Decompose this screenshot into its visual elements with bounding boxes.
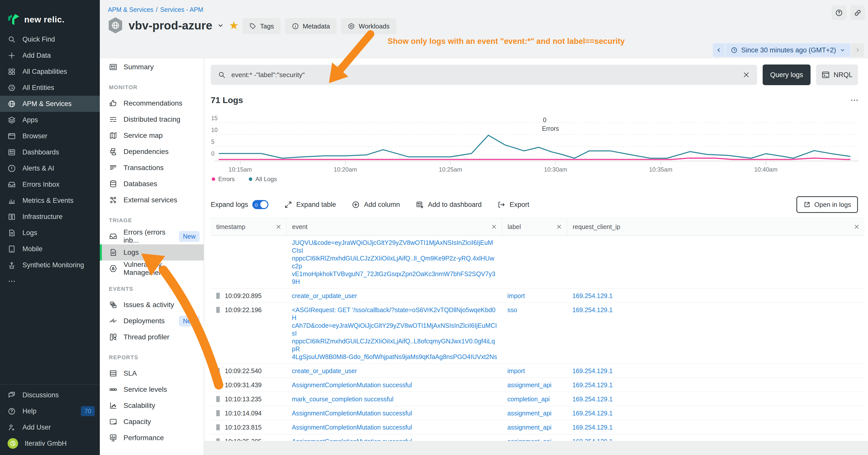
service-nav-logs[interactable]: Logs [100,245,204,260]
sidebar-item-add-data[interactable]: Add Data [0,47,100,64]
service-nav-deployments[interactable]: DeploymentsNew [100,313,204,329]
service-nav-external-services[interactable]: External services [100,192,204,208]
sidebar-item-quick-find[interactable]: Quick Find [0,31,100,47]
event-line[interactable]: nppcCI6IkRlZmxhdGUiLCJzZXIiOiIxLjAifQ..l… [292,255,497,270]
service-nav-summary[interactable]: Summary [100,59,204,75]
cell-event[interactable]: AssignmentCompletionMutation successful [286,378,502,392]
sidebar-item-dashboards[interactable]: Dashboards [0,144,100,160]
event-line[interactable]: 4LgSjsuUW8B0Mi8-Gdo_f6ofWhjpatNs9jaMs9qK… [292,353,497,361]
cell-event[interactable]: mark_course_completion successful [286,392,502,406]
service-nav-errors-errors-inb[interactable]: Errors (errors inb...New [100,228,204,245]
cell-label[interactable]: assignment_api [502,406,567,420]
event-line[interactable]: JUQVU&code=eyJraWQiOiJjcGltY29yZV8wOTI1M… [292,239,497,255]
sidebar-footer-iterativ-gmbh[interactable]: Iterativ GmbH [0,435,100,452]
sidebar-item-browser[interactable]: Browser [0,128,100,144]
sidebar-more[interactable] [0,273,100,289]
cell-label[interactable]: assignment_api [502,420,567,434]
cell-event[interactable]: JUQVU&code=eyJraWQiOiJjcGltY29yZV8wOTI1M… [286,235,502,289]
sidebar-item-apm-services[interactable]: APM & Services [0,96,100,112]
log-row[interactable]: 10:09:22.540create_or_update_userimport1… [211,364,865,378]
metadata-button[interactable]: Metadata [285,18,337,34]
service-nav-recommendations[interactable]: Recommendations [100,95,204,111]
cell-label[interactable]: import [502,364,567,378]
sidebar-item-logs[interactable]: Logs [0,225,100,241]
log-row[interactable]: 10:09:20.895create_or_update_userimport1… [211,289,865,303]
remove-column-icon[interactable] [854,224,860,230]
log-row[interactable]: 10:09:22.196<ASGIRequest: GET '/sso/call… [211,303,865,364]
cell-label[interactable] [502,235,567,289]
logs-timeseries-chart[interactable]: 05101510:15am10:20am10:25am10:30am10:35a… [211,106,859,173]
remove-column-icon[interactable] [275,224,282,230]
add-to-dashboard-button[interactable]: Add to dashboard [415,200,482,209]
log-row[interactable]: 10:09:31.439AssignmentCompletionMutation… [211,378,865,392]
service-nav-service-map[interactable]: Service map [100,128,204,143]
sidebar-item-synthetic-monitoring[interactable]: Synthetic Monitoring [0,257,100,273]
expand-table-button[interactable]: Expand table [284,200,336,209]
cell-label[interactable]: import [502,289,567,302]
service-nav-dependencies[interactable]: Dependencies [100,143,204,160]
event-line[interactable]: nppcCI6IkRlZmxhdGUiLCJzZXIiOiIxLjAifQ..L… [292,337,497,353]
add-column-button[interactable]: Add column [351,200,400,209]
log-row[interactable]: JUQVU&code=eyJraWQiOiJjcGltY29yZV8wOTI1M… [211,235,865,289]
service-nav-distributed-tracing[interactable]: Distributed tracing [100,111,204,128]
cell-event[interactable]: create_or_update_user [286,289,502,302]
sidebar-item-all-entities[interactable]: All Entities [0,79,100,96]
export-button[interactable]: Export [497,200,529,209]
service-nav-transactions[interactable]: Transactions [100,160,204,176]
event-line[interactable]: cAh7D&code=eyJraWQiOiJjcGltY29yZV8wOTI1M… [292,322,497,337]
query-logs-button[interactable]: Query logs [763,65,810,85]
log-row[interactable]: 10:10:23.815AssignmentCompletionMutation… [211,420,865,434]
cell-request-client-ip[interactable]: 169.254.129.1 [567,303,865,363]
help-button[interactable] [832,5,846,20]
sidebar-item-all-capabilities[interactable]: All Capabilities [0,64,100,79]
permalink-button[interactable] [850,5,865,20]
legend-errors[interactable]: Errors [212,175,235,183]
service-nav-capacity[interactable]: Capacity [100,414,204,430]
title-chevron-down-icon[interactable] [217,22,224,29]
event-line[interactable]: AssignmentCompletionMutation successful [292,423,497,431]
cell-request-client-ip[interactable]: 169.254.129.1 [567,378,865,392]
time-back-button[interactable] [713,43,725,57]
event-line[interactable]: mark_course_completion successful [292,395,497,403]
event-line[interactable]: <ASGIRequest: GET '/sso/callback/?state=… [292,306,497,322]
time-forward-button[interactable] [851,43,864,57]
service-nav-scalability[interactable]: Scalability [100,397,204,414]
log-row[interactable]: 10:10:14.094AssignmentCompletionMutation… [211,406,865,420]
cell-request-client-ip[interactable]: 169.254.129.1 [567,364,865,378]
cell-event[interactable]: create_or_update_user [286,364,502,378]
breadcrumb-link-apm[interactable]: APM & Services [108,6,154,13]
log-row[interactable]: 10:10:13.235mark_course_completion succe… [211,392,865,406]
clear-search-icon[interactable] [743,71,750,78]
sidebar-item-infrastructure[interactable]: Infrastructure [0,208,100,225]
sidebar-item-metrics-events[interactable]: Metrics & Events [0,193,100,208]
service-nav-performance[interactable]: Performance [100,430,204,446]
sidebar-item-apps[interactable]: Apps [0,112,100,128]
event-line[interactable]: AssignmentCompletionMutation successful [292,381,497,389]
event-line[interactable]: vE1moHpkhokTVBvguN7_72JtGzGsqxZpn2OaKc3n… [292,270,497,286]
time-range-button[interactable]: Since 30 minutes ago (GMT+2) [725,43,850,57]
sidebar-item-alerts-ai[interactable]: Alerts & AI [0,160,100,176]
cell-event[interactable]: <ASGIRequest: GET '/sso/callback/?state=… [286,303,502,363]
new-relic-logo[interactable]: new relic. [0,0,100,31]
more-options-icon[interactable] [850,96,859,105]
tags-button[interactable]: Tags [243,18,280,34]
service-nav-vulnerability-management[interactable]: Vulnerability Management [100,260,204,277]
expand-logs-toggle[interactable] [252,200,269,209]
remove-column-icon[interactable] [491,224,497,230]
cell-label[interactable]: sso [502,303,567,363]
log-search-input[interactable] [231,71,737,79]
remove-column-icon[interactable] [556,224,562,230]
service-nav-databases[interactable]: Databases [100,176,204,192]
cell-label[interactable]: completion_api [502,392,567,406]
cell-request-client-ip[interactable] [567,235,865,289]
service-nav-service-levels[interactable]: Service levels [100,382,204,397]
breadcrumb-link-services[interactable]: Services - APM [160,6,204,13]
cell-event[interactable]: AssignmentCompletionMutation successful [286,406,502,420]
cell-label[interactable]: assignment_api [502,378,567,392]
cell-request-client-ip[interactable]: 169.254.129.1 [567,289,865,302]
service-nav-thread-profiler[interactable]: Thread profiler [100,329,204,345]
sidebar-item-errors-inbox[interactable]: Errors Inbox [0,176,100,193]
sidebar-item-mobile[interactable]: Mobile [0,241,100,257]
cell-event[interactable]: AssignmentCompletionMutation successful [286,420,502,434]
service-nav-issues-activity[interactable]: Issues & activity [100,297,204,313]
